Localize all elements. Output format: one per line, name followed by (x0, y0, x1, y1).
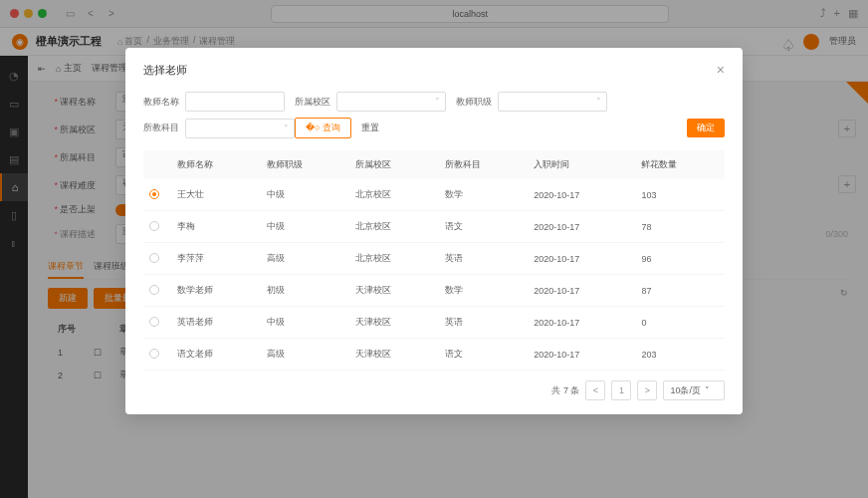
cell-subject: 英语 (439, 307, 529, 339)
filter-campus-label: 所属校区 (295, 96, 330, 109)
cell-date: 2020-10-17 (528, 307, 635, 339)
table-row[interactable]: 李萍萍 高级 北京校区 英语 2020-10-17 96 (143, 243, 725, 275)
cell-date: 2020-10-17 (528, 211, 635, 243)
cell-name: 李萍萍 (171, 243, 261, 275)
cell-date: 2020-10-17 (528, 243, 635, 275)
pager-size-select[interactable]: 10条/页 ˅ (663, 380, 725, 400)
pager-prev[interactable]: < (585, 380, 605, 400)
radio-input[interactable] (149, 317, 159, 327)
filter-name-input[interactable] (185, 92, 285, 112)
cell-level: 高级 (261, 243, 350, 275)
filter-subject-select[interactable]: ˅ (185, 119, 295, 138)
pager-total: 共 7 条 (551, 384, 579, 397)
close-icon[interactable]: × (717, 62, 725, 78)
cell-name: 李梅 (171, 211, 261, 243)
chevron-down-icon: ˅ (705, 385, 710, 395)
cell-campus: 天津校区 (349, 339, 439, 371)
cell-subject: 语文 (439, 339, 529, 371)
pagination: 共 7 条 < 1 > 10条/页 ˅ (143, 380, 725, 400)
col-flowers: 鲜花数量 (635, 150, 725, 179)
radio-input[interactable] (149, 349, 159, 359)
cell-campus: 北京校区 (349, 211, 439, 243)
cell-date: 2020-10-17 (528, 339, 635, 371)
pager-next[interactable]: > (637, 380, 657, 400)
cell-flowers: 78 (635, 211, 725, 243)
col-campus: 所属校区 (349, 150, 439, 179)
cell-date: 2020-10-17 (528, 179, 635, 211)
col-name: 教师名称 (171, 150, 261, 179)
confirm-button[interactable]: 确定 (687, 119, 725, 137)
chevron-down-icon: ˅ (284, 124, 289, 133)
cell-level: 初级 (261, 275, 350, 307)
table-row[interactable]: 语文老师 高级 天津校区 语文 2020-10-17 203 (143, 339, 725, 371)
col-subject: 所教科目 (439, 150, 529, 179)
radio-input[interactable] (149, 189, 159, 199)
modal-title: 选择老师 (143, 63, 187, 78)
cell-flowers: 103 (635, 179, 725, 211)
cell-name: 王大壮 (171, 179, 261, 211)
filter-subject-label: 所教科目 (143, 122, 179, 134)
filter-level-select[interactable]: ˅ (498, 92, 607, 112)
radio-input[interactable] (149, 285, 159, 295)
filter-name-label: 教师名称 (143, 96, 179, 109)
cell-level: 中级 (261, 211, 350, 243)
table-row[interactable]: 英语老师 中级 天津校区 英语 2020-10-17 0 (143, 307, 725, 339)
cell-subject: 数学 (439, 179, 529, 211)
reset-button[interactable]: 重置 (351, 119, 389, 137)
cell-campus: 天津校区 (349, 307, 439, 339)
cell-subject: 英语 (439, 243, 529, 275)
cell-name: 语文老师 (171, 339, 261, 371)
table-row[interactable]: 数学老师 初级 天津校区 数学 2020-10-17 87 (143, 275, 725, 307)
chevron-down-icon: ˅ (596, 97, 601, 107)
teacher-table: 教师名称 教师职级 所属校区 所教科目 入职时间 鲜花数量 王大壮 中级 北京校… (143, 150, 725, 371)
cell-date: 2020-10-17 (528, 275, 635, 307)
cell-level: 高级 (261, 339, 350, 371)
cell-subject: 数学 (439, 275, 529, 307)
chevron-down-icon: ˅ (435, 97, 440, 107)
cell-level: 中级 (261, 307, 350, 339)
cell-campus: 北京校区 (349, 243, 439, 275)
col-date: 入职时间 (528, 150, 635, 179)
filter-level-label: 教师职级 (456, 96, 492, 109)
cell-level: 中级 (261, 179, 350, 211)
radio-input[interactable] (149, 221, 159, 231)
cell-flowers: 87 (635, 275, 725, 307)
cell-campus: 北京校区 (349, 179, 439, 211)
cell-subject: 语文 (439, 211, 529, 243)
filter-campus-select[interactable]: ˅ (336, 92, 446, 112)
table-row[interactable]: 李梅 中级 北京校区 语文 2020-10-17 78 (143, 211, 725, 243)
cell-name: 数学老师 (171, 275, 261, 307)
table-row[interactable]: 王大壮 中级 北京校区 数学 2020-10-17 103 (143, 179, 725, 211)
col-level: 教师职级 (261, 150, 350, 179)
cell-name: 英语老师 (171, 307, 261, 339)
pager-page[interactable]: 1 (611, 380, 631, 400)
search-button[interactable]: �○ 查询 (295, 118, 351, 138)
cell-campus: 天津校区 (349, 275, 439, 307)
teacher-select-modal: 选择老师 × 教师名称 所属校区 ˅ 教师职级 ˅ 所教科目 ˅ �○ 查询 重… (125, 48, 743, 414)
cell-flowers: 96 (635, 243, 725, 275)
cell-flowers: 0 (635, 307, 725, 339)
cell-flowers: 203 (635, 339, 725, 371)
radio-input[interactable] (149, 253, 159, 263)
modal-overlay[interactable]: 选择老师 × 教师名称 所属校区 ˅ 教师职级 ˅ 所教科目 ˅ �○ 查询 重… (0, 0, 868, 498)
